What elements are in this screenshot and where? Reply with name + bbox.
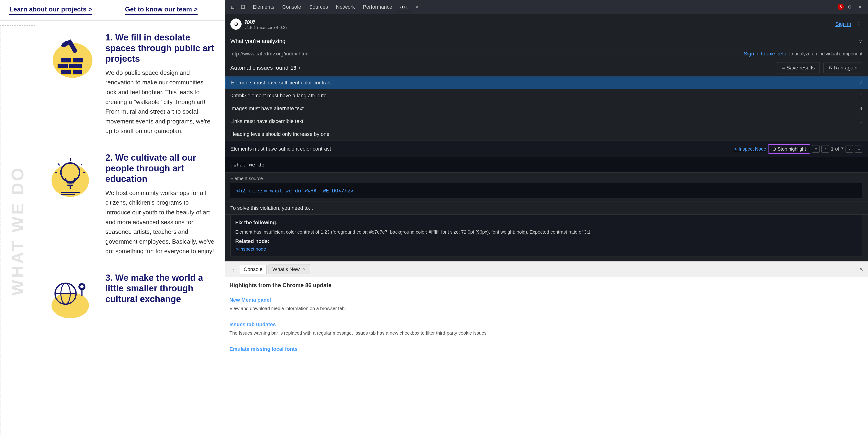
axe-issue-count-0: 7 <box>853 80 862 86</box>
devtools-right-icons: 6 ⚙ ✕ <box>837 3 864 11</box>
axe-issue-item-1[interactable]: <html> element must have a lang attribut… <box>225 89 868 102</box>
axe-nav-last-btn[interactable]: » <box>855 145 862 153</box>
svg-rect-4 <box>72 58 83 63</box>
sidebar-watermark-text: WHAT WE DO <box>8 166 27 296</box>
tab-sources[interactable]: Sources <box>305 2 332 12</box>
chrome-update-item-2: Emulate missing local fonts <box>229 341 863 359</box>
axe-nav-count: 1 of 7 <box>831 146 844 152</box>
chrome-tab-console-label: Console <box>244 266 262 272</box>
chrome-tab-close-icon[interactable]: ✕ <box>303 267 306 272</box>
axe-url-bar: http://www.cafedmv.org/index.html Sign i… <box>225 48 868 59</box>
sidebar-watermark: WHAT WE DO <box>0 25 35 436</box>
axe-issues-count[interactable]: Automatic issues found 19 ▾ <box>230 65 301 71</box>
content-body-1: We do public space design and renovation… <box>105 68 215 136</box>
chrome-tab-whats-new-label: What's New <box>273 266 300 272</box>
bricks-icon <box>47 32 94 79</box>
axe-issue-count-1: 1 <box>853 93 862 99</box>
svg-line-16 <box>81 164 83 165</box>
chrome-update-item-1-desc: The Issues warning bar is replaced with … <box>229 330 863 337</box>
chrome-update-title: Highlights from the Chrome 86 update <box>229 282 863 289</box>
axe-more-btn[interactable]: ⋮ <box>854 20 862 28</box>
devtools-topbar: ⊡ ☐ Elements Console Sources Network Per… <box>225 0 868 14</box>
content-icon-3 <box>44 270 96 322</box>
content-icon-2 <box>44 150 96 202</box>
axe-related-node-label: Related node: <box>235 238 858 244</box>
axe-fix-box: Fix the following: Element has insuffici… <box>230 215 862 257</box>
content-text-1: 1. We fill in desolate spaces through pu… <box>105 30 215 136</box>
axe-stop-highlight-button[interactable]: ⊙ Stop highlight <box>768 144 810 154</box>
axe-element-source-label: Element source <box>230 176 862 181</box>
axe-element-source: Element source <h2 class="what-we-do">WH… <box>225 173 868 202</box>
nav-link-team[interactable]: Get to know our team > <box>125 6 197 15</box>
devtools-error-badge: 6 <box>838 4 844 10</box>
axe-element-source-code: <h2 class="what-we-do">WHAT WE DO</h2> <box>230 183 862 198</box>
axe-analyzing-section[interactable]: What you're analyzing ∨ <box>225 34 868 48</box>
tab-console[interactable]: Console <box>279 2 305 12</box>
axe-beta-suffix: to analyze an individual component <box>789 51 862 57</box>
chrome-tab-console[interactable]: Console <box>240 264 267 274</box>
content-heading-1: 1. We fill in desolate spaces through pu… <box>105 32 215 64</box>
content-icon-1 <box>44 30 96 81</box>
axe-issue-item-0[interactable]: Elements must have sufficient color cont… <box>225 76 868 89</box>
chrome-update-item-1: Issues tab updates The Issues warning ba… <box>229 317 863 341</box>
chrome-update-item-2-title[interactable]: Emulate missing local fonts <box>229 346 863 352</box>
content-item-2: 2. We cultivate all our people through a… <box>44 150 215 256</box>
tab-more-btn[interactable]: » <box>413 2 421 12</box>
axe-inspect-node-bottom-link[interactable]: ⊳Inspect node <box>235 246 266 251</box>
tab-axe[interactable]: axe <box>397 2 412 12</box>
svg-line-15 <box>58 164 60 165</box>
website-panel: Learn about our projects > Get to know o… <box>0 0 225 441</box>
axe-nav-next-btn[interactable]: › <box>845 145 853 153</box>
svg-rect-3 <box>61 58 71 63</box>
axe-issue-text-2: Images must have alternate text <box>230 105 853 111</box>
axe-sign-in-link[interactable]: Sign in <box>835 21 851 27</box>
chrome-update-item-0-title[interactable]: New Media panel <box>229 297 863 303</box>
content-body-2: We host community workshops for all citi… <box>105 188 215 256</box>
axe-issue-item-2[interactable]: Images must have alternate text 4 <box>225 102 868 115</box>
axe-fix-text: Element has insufficient color contrast … <box>235 229 858 235</box>
axe-issue-count-3: 1 <box>853 118 862 125</box>
axe-nav-first-btn[interactable]: « <box>812 145 819 153</box>
close-icon-btn[interactable]: ✕ <box>856 3 864 11</box>
axe-fix-label: Fix the following: <box>235 219 858 226</box>
chrome-tab-whats-new[interactable]: What's New ✕ <box>269 264 310 274</box>
content-item-3: 3. We make the world a little smaller th… <box>44 270 215 322</box>
svg-rect-6 <box>69 64 82 69</box>
axe-analyzing-chevron-icon: ∨ <box>859 38 862 44</box>
settings-icon-btn[interactable]: ⚙ <box>845 3 854 11</box>
axe-run-button[interactable]: ↻ Run again <box>824 62 862 73</box>
content-heading-2: 2. We cultivate all our people through a… <box>105 152 215 184</box>
svg-rect-5 <box>57 64 68 69</box>
devtools-panel: ⊡ ☐ Elements Console Sources Network Per… <box>225 0 868 441</box>
axe-code-block: .what-we-do <box>225 157 868 173</box>
axe-version: v4.6.1 (axe-core 4.0.2) <box>244 25 287 30</box>
tab-performance[interactable]: Performance <box>359 2 396 12</box>
top-nav: Learn about our projects > Get to know o… <box>0 0 225 21</box>
axe-name: axe <box>244 18 287 25</box>
content-text-2: 2. We cultivate all our people through a… <box>105 150 215 256</box>
axe-issue-item-4[interactable]: Heading levels should only increase by o… <box>225 128 868 141</box>
chrome-panel-close-btn[interactable]: ✕ <box>859 266 863 272</box>
axe-save-button[interactable]: ≡ Save results <box>777 62 820 73</box>
axe-count-chevron-icon: ▾ <box>299 65 301 70</box>
axe-issue-item-3[interactable]: Links must have discernible text 1 <box>225 115 868 128</box>
axe-count-number: 19 <box>290 65 297 71</box>
axe-url-text: http://www.cafedmv.org/index.html <box>230 51 741 57</box>
nav-link-projects[interactable]: Learn about our projects > <box>9 6 92 15</box>
axe-inspect-node-link[interactable]: ⊳ Inspect Node <box>734 146 766 152</box>
mobile-icon-btn[interactable]: ☐ <box>239 3 247 11</box>
chrome-update-item-1-title[interactable]: Issues tab updates <box>229 321 863 328</box>
axe-nav-prev-btn[interactable]: ‹ <box>822 145 829 153</box>
axe-detail-title: Elements must have sufficient color cont… <box>230 146 730 152</box>
svg-rect-8 <box>72 70 82 74</box>
axe-logo: ⊙ axe v4.6.1 (axe-core 4.0.2) <box>230 18 287 30</box>
lightbulb-icon <box>47 152 94 199</box>
axe-sign-in-beta-link[interactable]: Sign in to axe beta <box>744 51 786 57</box>
svg-rect-7 <box>61 70 71 74</box>
pointer-icon-btn[interactable]: ⊡ <box>228 3 237 11</box>
content-item-1: 1. We fill in desolate spaces through pu… <box>44 30 215 136</box>
tab-network[interactable]: Network <box>332 2 359 12</box>
tab-elements[interactable]: Elements <box>249 2 278 12</box>
content-heading-3: 3. We make the world a little smaller th… <box>105 273 215 305</box>
svg-point-27 <box>80 285 84 288</box>
